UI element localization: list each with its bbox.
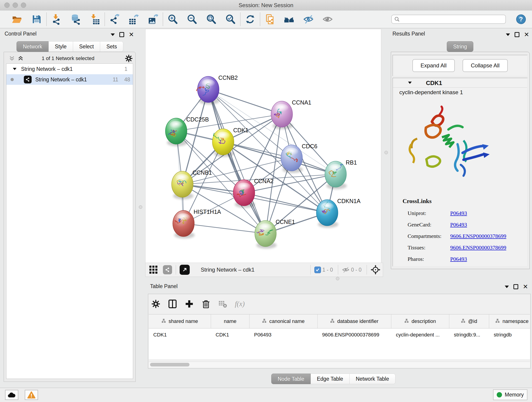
collapse-all-button[interactable]: Collapse All <box>462 59 508 72</box>
table-cell[interactable]: CDK1 <box>211 328 249 341</box>
open-session-button[interactable] <box>11 13 23 25</box>
warnings-button[interactable] <box>25 390 38 400</box>
memory-button[interactable]: Memory <box>493 389 527 400</box>
collapse-all-icon[interactable] <box>9 56 15 61</box>
network-options-gear-icon[interactable] <box>125 55 133 62</box>
zoom-selected-button[interactable] <box>225 13 236 25</box>
import-table-button[interactable] <box>89 13 101 25</box>
tab-sets[interactable]: Sets <box>100 41 123 52</box>
help-button[interactable]: ? <box>515 13 527 25</box>
scrollbar-thumb[interactable] <box>150 363 190 366</box>
panel-close-icon[interactable]: ✕ <box>129 32 134 37</box>
panel-float-icon[interactable] <box>513 284 518 289</box>
table-row[interactable]: CDK1CDK1P064939606.ENSP00000378699cyclin… <box>149 328 530 341</box>
open-in-new-window-icon[interactable] <box>180 265 190 275</box>
panel-float-icon[interactable] <box>515 32 519 37</box>
refresh-button[interactable] <box>244 13 256 25</box>
add-column-icon[interactable] <box>185 300 194 308</box>
expand-all-icon[interactable] <box>18 56 24 61</box>
panel-float-icon[interactable] <box>119 32 124 37</box>
crosslink-link[interactable]: P06493 <box>450 222 467 228</box>
column-header-canonical-name[interactable]: canonical name <box>249 314 317 328</box>
fit-selection-crosshair-icon[interactable] <box>370 265 380 275</box>
tab-style[interactable]: Style <box>49 41 73 52</box>
crosslink-link[interactable]: P06493 <box>450 256 467 262</box>
cloud-status-button[interactable] <box>5 390 18 400</box>
table-cell[interactable]: 9606.ENSP00000378699 <box>317 328 391 341</box>
show-all-button[interactable] <box>322 13 334 25</box>
first-neighbors-button[interactable] <box>283 13 295 25</box>
network-edge[interactable] <box>244 193 327 213</box>
network-row[interactable]: String Network – cdk1 11 48 <box>6 74 133 85</box>
network-overview-icon[interactable] <box>163 265 172 274</box>
birds-eye-view-icon[interactable] <box>149 265 158 274</box>
search-field[interactable] <box>391 15 506 24</box>
tab-string[interactable]: String <box>447 41 473 52</box>
export-table-button[interactable] <box>128 13 140 25</box>
column-header-shared-name[interactable]: shared name <box>149 314 211 328</box>
tab-node-table[interactable]: Node Table <box>271 374 311 384</box>
column-header-name[interactable]: name <box>211 314 249 328</box>
network-node-cdc6[interactable]: CDC6 <box>281 143 317 173</box>
save-session-button[interactable] <box>31 13 43 25</box>
tab-network[interactable]: Network <box>17 41 49 52</box>
section-expander-icon[interactable] <box>408 81 412 85</box>
table-cell[interactable]: P06493 <box>249 328 317 341</box>
network-node-cdkn1a[interactable]: CDKN1A <box>317 198 361 228</box>
hide-selected-button[interactable] <box>302 13 314 25</box>
panel-close-icon[interactable]: ✕ <box>523 284 528 289</box>
network-node-ccne1[interactable]: CCNE1 <box>255 219 295 249</box>
panel-menu-icon[interactable] <box>111 33 115 36</box>
tree-expander-icon[interactable] <box>12 67 17 71</box>
zoom-out-button[interactable] <box>186 13 198 25</box>
panel-close-icon[interactable]: ✕ <box>524 32 529 37</box>
control-panel-tabs: NetworkStyleSelectSets <box>17 41 123 52</box>
clone-network-button[interactable] <box>264 13 276 25</box>
network-node-cdk1[interactable]: CDK1 <box>212 127 249 157</box>
zoom-fit-button[interactable] <box>205 13 217 25</box>
network-collection-row[interactable]: String Network – cdk1 1 <box>6 64 133 74</box>
import-network-file-button[interactable] <box>51 13 62 25</box>
table-cell[interactable]: stringdb:9... <box>449 328 489 341</box>
tab-network-table[interactable]: Network Table <box>350 374 395 384</box>
table-cell[interactable]: CDK1 <box>149 328 211 341</box>
network-edge[interactable] <box>184 223 266 234</box>
tab-edge-table[interactable]: Edge Table <box>311 374 350 384</box>
bottom-splitter-handle[interactable] <box>336 277 339 280</box>
table-horizontal-scrollbar[interactable] <box>149 362 530 367</box>
network-edge[interactable] <box>208 89 282 114</box>
network-node-ccnb2[interactable]: CCNB2 <box>196 75 238 104</box>
import-network-database-button[interactable] <box>70 13 82 25</box>
panel-menu-icon[interactable] <box>505 286 509 288</box>
table-cell[interactable]: cyclin-dependent ... <box>391 328 449 341</box>
column-header-description[interactable]: description <box>391 314 449 328</box>
network-node-ccna1[interactable]: CCNA1 <box>271 99 311 129</box>
column-header-database-identifier[interactable]: database identifier <box>317 314 391 328</box>
export-network-button[interactable] <box>109 13 120 25</box>
show-columns-icon[interactable] <box>168 299 177 308</box>
network-node-ccna2[interactable]: CCNA2 <box>233 178 273 208</box>
network-node-rb1[interactable]: RB1 <box>325 159 357 189</box>
crosslink-link[interactable]: 9606.ENSP00000378699 <box>450 245 506 251</box>
clone-network-icon <box>264 14 275 25</box>
panel-menu-icon[interactable] <box>506 33 510 36</box>
table-cell[interactable]: stringdb <box>489 328 530 341</box>
column-header-namespace[interactable]: namespace <box>489 314 530 328</box>
network-node-hist1h1a[interactable]: HIST1H1A <box>173 209 221 239</box>
expand-all-button[interactable]: Expand All <box>412 59 455 72</box>
cdk1-section-header[interactable]: CDK1 <box>393 78 527 88</box>
selected-nodes-checkbox-icon[interactable] <box>314 267 321 273</box>
export-image-button[interactable] <box>147 13 159 25</box>
right-splitter-handle[interactable] <box>385 151 388 154</box>
tab-select[interactable]: Select <box>73 41 100 52</box>
table-options-gear-icon[interactable] <box>152 300 160 308</box>
zoom-in-button[interactable] <box>167 13 179 25</box>
delete-column-icon[interactable] <box>201 299 210 308</box>
network-canvas[interactable]: CCNB2CCNA1CDC25BCDK1CDC6RB1CCNB1CCNA2CDK… <box>145 29 381 263</box>
network-node-cdc25b[interactable]: CDC25B <box>165 116 209 146</box>
crosslink-link[interactable]: P06493 <box>450 210 467 216</box>
column-header--id[interactable]: @id <box>449 314 489 328</box>
crosslink-link[interactable]: 9606.ENSP00000378699 <box>450 233 506 239</box>
search-input[interactable] <box>400 16 500 22</box>
left-splitter-handle[interactable] <box>139 205 142 209</box>
